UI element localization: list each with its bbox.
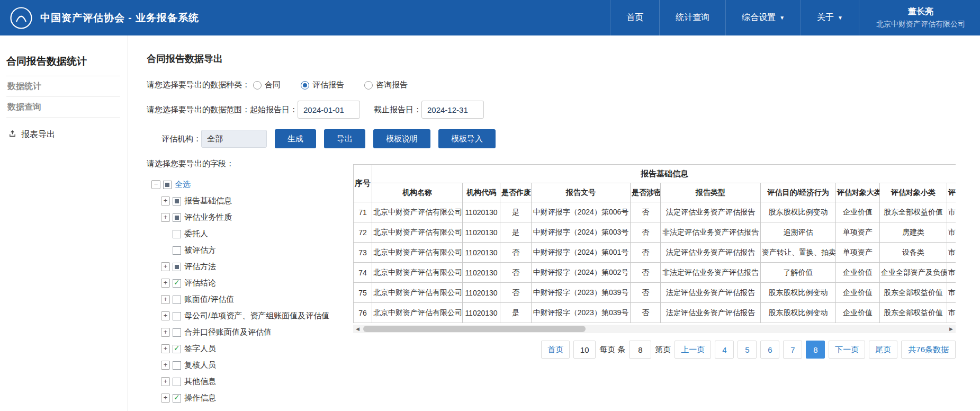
- checkbox-unchecked[interactable]: [173, 296, 181, 304]
- tree-node[interactable]: 委托人: [147, 226, 353, 242]
- pagination-page-8[interactable]: 8: [806, 341, 825, 359]
- radio-appraisal-report[interactable]: 评估报告: [301, 80, 344, 90]
- generate-button[interactable]: 生成: [275, 129, 316, 148]
- cell: 中财评报字（2023）第039号: [532, 283, 631, 303]
- radio-icon: [301, 81, 309, 90]
- radio-contract[interactable]: 合同: [253, 80, 281, 90]
- expand-icon[interactable]: +: [161, 262, 170, 271]
- agency-input[interactable]: [201, 130, 267, 148]
- cell: 市: [947, 303, 956, 323]
- table-row[interactable]: 76北京中财资产评估有限公司11020130是中财评报字（2023）第039号否…: [354, 303, 956, 323]
- expand-icon[interactable]: +: [161, 328, 170, 337]
- cell: 股东全部权益价值: [880, 303, 947, 323]
- cell: 股东全部权益价值: [880, 202, 947, 222]
- template-help-button[interactable]: 模板说明: [373, 129, 430, 148]
- tree-node[interactable]: +母公司/单项资产、资产组账面值及评估值: [147, 308, 353, 324]
- tree-node[interactable]: +其他信息: [147, 373, 353, 390]
- tree-node[interactable]: +合并口径账面值及评估值: [147, 324, 353, 341]
- nav-item-label: 统计查询: [676, 12, 709, 23]
- sidebar-item-data-stats[interactable]: 数据统计: [6, 76, 120, 97]
- tree-node[interactable]: +操作信息: [147, 390, 353, 406]
- checkbox-unchecked[interactable]: [173, 328, 181, 337]
- collapse-icon[interactable]: −: [151, 180, 160, 189]
- radio-icon: [253, 81, 262, 90]
- scrollbar-thumb[interactable]: [363, 326, 586, 332]
- checkbox-unchecked[interactable]: [173, 312, 181, 320]
- table-row[interactable]: 74北京中财资产评估有限公司11020130否中财评报字（2024）第002号否…: [354, 263, 956, 283]
- start-date-input[interactable]: [298, 101, 360, 119]
- checkbox-partial[interactable]: [173, 263, 181, 271]
- cell: 企业价值: [836, 303, 880, 323]
- checkbox-checked[interactable]: [173, 394, 181, 403]
- nav-item-home[interactable]: 首页: [610, 0, 659, 35]
- checkbox-checked[interactable]: [173, 345, 181, 353]
- tree-node[interactable]: +账面值/评估值: [147, 291, 353, 308]
- checkbox-partial[interactable]: [173, 213, 181, 222]
- expand-icon[interactable]: +: [161, 394, 170, 403]
- export-button[interactable]: 导出: [324, 129, 365, 148]
- pagination-page-4[interactable]: 4: [715, 341, 734, 359]
- tree-node[interactable]: +评估方法: [147, 258, 353, 275]
- pagination-last-button[interactable]: 尾页: [869, 341, 897, 359]
- table-row[interactable]: 72北京中财资产评估有限公司11020130是中财评报字（2024）第003号否…: [354, 222, 956, 243]
- expand-icon[interactable]: +: [161, 279, 170, 288]
- table-row[interactable]: 75北京中财资产评估有限公司11020130否中财评报字（2023）第039号否…: [354, 283, 956, 303]
- expand-icon[interactable]: +: [161, 295, 170, 304]
- expand-icon[interactable]: +: [161, 361, 170, 370]
- agency-label: 评估机构：: [161, 134, 201, 144]
- sidebar-sections: 数据统计数据查询: [6, 76, 120, 118]
- table-row[interactable]: 73北京中财资产评估有限公司11020130否中财评报字（2024）第001号否…: [354, 243, 956, 263]
- nav-item-about[interactable]: 关于▼: [801, 0, 859, 35]
- page-layout: 合同报告数据统计 数据统计数据查询 报表导出 合同报告数据导出 请您选择要导出的…: [0, 35, 980, 411]
- template-import-button[interactable]: 模板导入: [438, 129, 496, 148]
- tree-node[interactable]: −全选: [147, 176, 353, 193]
- export-content: 请选择您要导出的字段： −全选+报告基础信息+评估业务性质委托人被评估方+评估方…: [147, 159, 980, 406]
- checkbox-partial[interactable]: [163, 181, 172, 189]
- tree-node[interactable]: +评估业务性质: [147, 209, 353, 226]
- type-row-label: 请您选择要导出的数据种类：: [147, 80, 250, 90]
- sidebar-item-report-export[interactable]: 报表导出: [6, 129, 120, 140]
- expand-icon[interactable]: +: [161, 213, 170, 222]
- checkbox-unchecked[interactable]: [173, 230, 181, 238]
- expand-icon[interactable]: +: [161, 311, 170, 320]
- tree-node[interactable]: +复核人员: [147, 357, 353, 373]
- pagination-page-7[interactable]: 7: [783, 341, 802, 359]
- range-row-label: 请您选择要导出的数据范围：: [147, 105, 250, 115]
- tree-node-label: 合并口径账面值及评估值: [184, 327, 272, 337]
- tree-node[interactable]: +评估结论: [147, 275, 353, 291]
- expand-icon[interactable]: +: [161, 377, 170, 386]
- cell: 企业价值: [836, 283, 880, 303]
- table-row[interactable]: 71北京中财资产评估有限公司11020130是中财评报字（2024）第006号否…: [354, 202, 956, 222]
- pagination-next-button[interactable]: 下一页: [829, 341, 865, 359]
- horizontal-scrollbar[interactable]: ◀ ▶: [353, 325, 956, 333]
- checkbox-unchecked[interactable]: [173, 246, 181, 255]
- pagination-page-6[interactable]: 6: [760, 341, 779, 359]
- end-date-input[interactable]: [421, 101, 484, 119]
- page-size-input[interactable]: [573, 341, 596, 359]
- tree-node[interactable]: 被评估方: [147, 242, 353, 258]
- pagination-first-button[interactable]: 首页: [541, 341, 570, 359]
- user-block[interactable]: 董长亮 北京中财资产评估有限公司: [859, 0, 980, 35]
- report-type-row: 请您选择要导出的数据种类： 合同评估报告咨询报告: [147, 80, 980, 90]
- tree-node[interactable]: +报告基础信息: [147, 193, 353, 209]
- scroll-right-icon[interactable]: ▶: [947, 326, 956, 332]
- checkbox-unchecked[interactable]: [173, 378, 181, 386]
- cell: 否: [631, 222, 661, 243]
- pagination-prev-button[interactable]: 上一页: [675, 341, 711, 359]
- sidebar-item-data-query[interactable]: 数据查询: [6, 97, 120, 118]
- nav-item-stats-query[interactable]: 统计查询: [659, 0, 725, 35]
- expand-icon[interactable]: +: [161, 196, 170, 206]
- page-number-input[interactable]: [629, 341, 651, 359]
- checkbox-partial[interactable]: [173, 197, 181, 206]
- checkbox-checked[interactable]: [173, 279, 181, 288]
- user-org: 北京中财资产评估有限公司: [876, 20, 965, 29]
- tree-node[interactable]: +签字人员: [147, 341, 353, 357]
- expand-icon[interactable]: +: [161, 344, 170, 353]
- radio-consulting-report[interactable]: 咨询报告: [364, 80, 408, 90]
- pagination-total: 共76条数据: [901, 341, 956, 359]
- pagination-page-5[interactable]: 5: [738, 341, 757, 359]
- checkbox-unchecked[interactable]: [173, 361, 181, 370]
- nav-item-settings[interactable]: 综合设置▼: [725, 0, 801, 35]
- scrollbar-track[interactable]: [362, 325, 947, 333]
- scroll-left-icon[interactable]: ◀: [353, 326, 362, 332]
